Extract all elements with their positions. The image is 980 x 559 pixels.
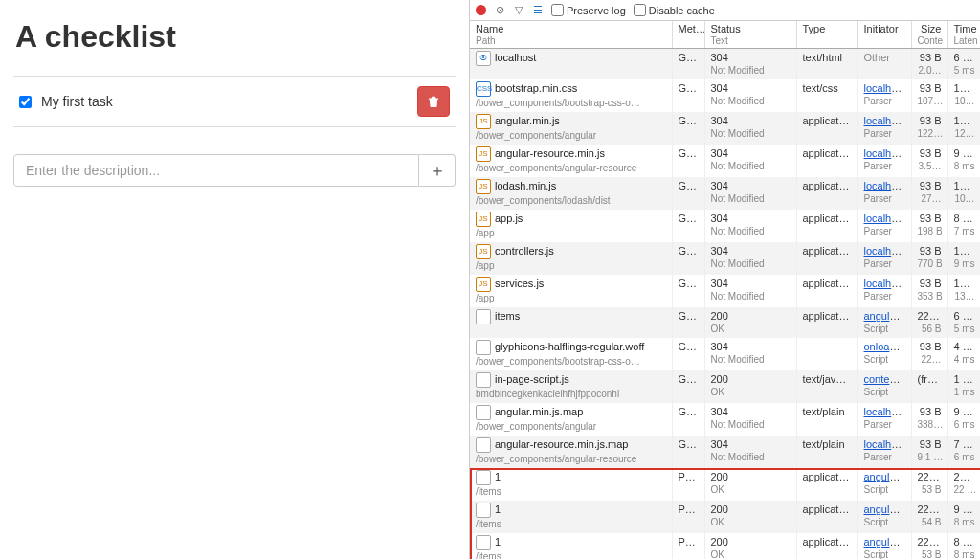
page-title: A checklist <box>15 19 456 55</box>
col-type[interactable]: Type <box>796 21 858 49</box>
plus-icon: ＋ <box>429 159 446 182</box>
preserve-log-toggle[interactable]: Preserve log <box>551 4 626 16</box>
network-row[interactable]: JSangular.min.js/bower_components/angula… <box>470 112 980 145</box>
file-icon <box>476 372 491 388</box>
file-icon: JS <box>476 179 491 194</box>
network-row[interactable]: 1/itemsPUT200OKapplication…angular.…Scri… <box>470 501 980 533</box>
network-header-row: NamePath Met… StatusText Type Initiator … <box>470 21 980 49</box>
network-row[interactable]: JScontrollers.js/appGET304Not Modifiedap… <box>470 242 980 275</box>
col-name[interactable]: NamePath <box>470 21 672 49</box>
disable-cache-toggle[interactable]: Disable cache <box>634 4 715 16</box>
task-checkbox[interactable] <box>19 96 32 108</box>
network-row[interactable]: angular-resource.min.js.map/bower_compon… <box>470 436 980 468</box>
network-row[interactable]: glyphicons-halflings-regular.woff/bower_… <box>470 338 980 370</box>
network-row[interactable]: ⦿localhostGET304Not Modifiedtext/htmlOth… <box>470 49 980 80</box>
network-row[interactable]: CSSbootstrap.min.css/bower_components/bo… <box>470 79 980 112</box>
add-task-row: ＋ <box>13 154 456 187</box>
devtools-toolbar: ⊘ ▽ ☰ Preserve log Disable cache <box>470 0 980 21</box>
task-label: My first task <box>41 94 417 109</box>
trash-icon <box>428 95 439 108</box>
file-icon <box>476 503 491 518</box>
delete-task-button[interactable] <box>417 86 450 117</box>
col-time[interactable]: TimeLaten <box>947 21 980 49</box>
file-icon: JS <box>476 277 491 292</box>
col-method[interactable]: Met… <box>672 21 704 49</box>
file-icon <box>476 437 491 453</box>
devtools-network-panel: ⊘ ▽ ☰ Preserve log Disable cache NamePat… <box>469 0 980 559</box>
network-table-wrap: NamePath Met… StatusText Type Initiator … <box>470 21 980 559</box>
file-icon: JS <box>476 244 491 259</box>
network-row[interactable]: JSlodash.min.js/bower_components/lodash/… <box>470 177 980 210</box>
file-icon: JS <box>476 114 491 129</box>
col-status[interactable]: StatusText <box>704 21 796 49</box>
col-initiator[interactable]: Initiator <box>858 21 911 49</box>
network-row[interactable]: angular.min.js.map/bower_components/angu… <box>470 403 980 436</box>
file-icon: JS <box>476 146 491 162</box>
file-icon: ⦿ <box>476 51 491 66</box>
file-icon <box>476 535 491 550</box>
network-row[interactable]: JSservices.js/appGET304Not Modifiedappli… <box>470 275 980 307</box>
new-task-input[interactable] <box>13 154 419 187</box>
record-icon[interactable] <box>476 5 486 15</box>
file-icon <box>476 309 491 324</box>
network-row[interactable]: 1/itemsPUT200OKapplication…angular.…Scri… <box>470 533 980 559</box>
filter-icon[interactable]: ▽ <box>513 5 524 16</box>
preserve-log-checkbox[interactable] <box>551 4 564 16</box>
disable-cache-label: Disable cache <box>649 5 715 16</box>
add-task-button[interactable]: ＋ <box>419 154 456 187</box>
disable-cache-checkbox[interactable] <box>634 4 646 16</box>
checklist-app: A checklist My first task ＋ <box>0 0 469 559</box>
file-icon <box>476 405 491 420</box>
file-icon: JS <box>476 212 491 227</box>
file-icon <box>476 470 491 485</box>
network-table: NamePath Met… StatusText Type Initiator … <box>470 21 980 559</box>
view-icon[interactable]: ☰ <box>532 5 544 16</box>
network-row[interactable]: in-page-script.jsbmdblncegkenkacieihfhjf… <box>470 370 980 403</box>
file-icon: CSS <box>476 81 491 97</box>
clear-icon[interactable]: ⊘ <box>494 5 505 16</box>
col-size[interactable]: SizeConte <box>911 21 947 49</box>
task-row: My first task <box>13 76 456 127</box>
preserve-log-label: Preserve log <box>567 5 626 16</box>
file-icon <box>476 340 491 355</box>
network-row[interactable]: JSapp.js/appGET304Not Modifiedapplicatio… <box>470 210 980 242</box>
network-row[interactable]: JSangular-resource.min.js/bower_componen… <box>470 145 980 177</box>
network-row[interactable]: itemsGET200OKapplication…angular.…Script… <box>470 307 980 338</box>
network-row[interactable]: 1/itemsPUT200OKapplication…angular.…Scri… <box>470 468 980 501</box>
